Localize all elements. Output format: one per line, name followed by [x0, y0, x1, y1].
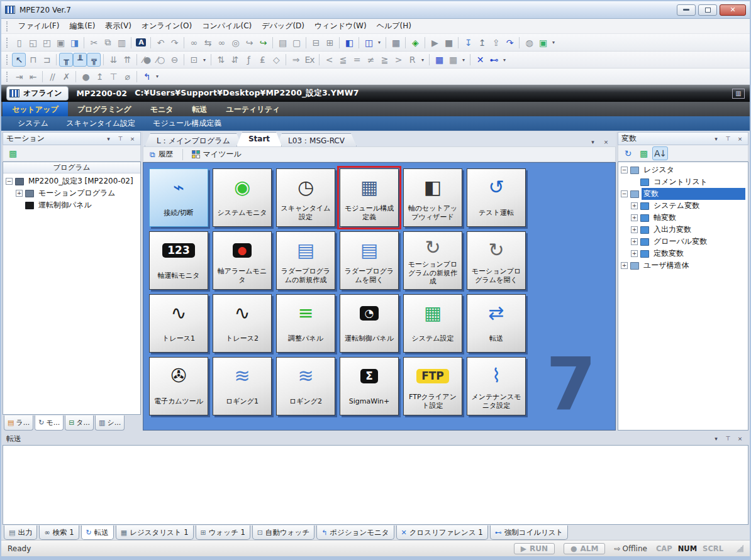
- ribbon-tab-monitor[interactable]: モニタ: [141, 102, 183, 116]
- expression-icon[interactable]: Ex: [303, 53, 316, 67]
- controller-transfer-icon[interactable]: ▦: [389, 36, 403, 50]
- tile-transfer[interactable]: ⇄転送: [467, 294, 526, 353]
- subtab-system[interactable]: システム: [9, 116, 57, 131]
- toolbar-grip[interactable]: [6, 72, 9, 82]
- split-horizontal-icon[interactable]: ⊟: [309, 36, 323, 50]
- toolbar-grip[interactable]: [6, 55, 9, 65]
- expander-icon[interactable]: +: [631, 238, 638, 245]
- mytools-button[interactable]: マイツール: [188, 148, 245, 161]
- comment-set-icon[interactable]: //: [45, 70, 59, 84]
- save-project-icon[interactable]: ◨: [67, 36, 81, 50]
- breakpoint-move-icon[interactable]: ↥: [92, 70, 106, 84]
- alarm-status-button[interactable]: ● ALM: [564, 543, 605, 554]
- panel-pin-icon[interactable]: ⊤: [723, 434, 733, 443]
- tile-new-motion-program[interactable]: ↻モーションプログラムの新規作成: [403, 231, 462, 290]
- tree-item-comment-list[interactable]: コメントリスト: [618, 176, 748, 188]
- flash-save-icon[interactable]: ⇪: [489, 36, 503, 50]
- tile-system-monitor[interactable]: ◉システムモニタ: [213, 168, 272, 227]
- find-mode-icon[interactable]: A: [134, 36, 148, 50]
- find-icon[interactable]: ∞: [187, 36, 201, 50]
- menu-online[interactable]: オンライン(O): [136, 19, 197, 33]
- expander-icon[interactable]: +: [621, 262, 628, 269]
- window-close-button[interactable]: ✕: [720, 4, 746, 16]
- lock-icon[interactable]: ◍: [522, 36, 536, 50]
- toolbar-dropdown-icon[interactable]: ▾: [201, 53, 208, 67]
- tree-item-constant-variable[interactable]: +定数変数: [618, 248, 748, 260]
- tile-trace-2[interactable]: ∿トレース2: [213, 294, 272, 353]
- contact-no-icon[interactable]: ⁄●: [140, 53, 153, 67]
- rung-return-icon[interactable]: ⊐: [40, 53, 53, 67]
- menu-edit[interactable]: 編集(E): [64, 19, 100, 33]
- new-file-icon[interactable]: ▯: [12, 36, 26, 50]
- panel-tab-system[interactable]: ▥シ...: [95, 415, 125, 431]
- function-alt-icon[interactable]: ₤: [255, 53, 269, 67]
- window-restore-button[interactable]: [698, 4, 717, 16]
- tree-item-system-variable[interactable]: +システム変数: [618, 200, 748, 212]
- bottom-tab-transfer[interactable]: ↻転送: [81, 525, 114, 540]
- tile-axis-alarm-monitor[interactable]: ●軸アラームモニタ: [213, 231, 272, 290]
- rung-insert-icon[interactable]: ╥: [59, 53, 73, 67]
- indent-remove-icon[interactable]: ⇤: [26, 70, 40, 84]
- tile-operation-control-panel[interactable]: ◔運転制御パネル: [340, 294, 399, 353]
- find-in-files-icon[interactable]: ∞: [214, 36, 228, 50]
- tile-maintenance-monitor-setting[interactable]: ⌇メンテナンスモニタ設定: [467, 357, 526, 415]
- register-check-icon[interactable]: R: [405, 53, 419, 67]
- cut-icon[interactable]: ✂: [87, 36, 101, 50]
- split-vertical-icon[interactable]: ⊞: [323, 36, 337, 50]
- panel-dropdown-icon[interactable]: ▾: [711, 434, 721, 443]
- tile-sigmawin[interactable]: ΣSigmaWin+: [340, 357, 399, 415]
- panel-close-icon[interactable]: ×: [735, 434, 745, 443]
- ribbon-tab-utility[interactable]: ユーティリティ: [217, 102, 290, 116]
- tree-item-register[interactable]: −レジスタ: [618, 164, 748, 176]
- toolbar-grip[interactable]: [6, 38, 9, 48]
- contact-nc-icon[interactable]: ⁄○: [153, 53, 167, 67]
- coil-icon[interactable]: ⊖: [167, 53, 181, 67]
- realtime-monitor-icon[interactable]: ▣: [536, 36, 550, 50]
- step-loop-icon[interactable]: ↰: [140, 70, 153, 84]
- compare-eq-icon[interactable]: =: [350, 53, 364, 67]
- open-file-icon[interactable]: ◱: [26, 36, 40, 50]
- layout-columns-icon[interactable]: ▥: [732, 89, 745, 99]
- undo-icon[interactable]: ↶: [153, 36, 167, 50]
- tree-item-io-variable[interactable]: +入出力変数: [618, 224, 748, 236]
- tree-item-global-variable[interactable]: +グローバル変数: [618, 236, 748, 248]
- expression-arrow-icon[interactable]: ⇒: [289, 53, 303, 67]
- start-window-icon[interactable]: ◫: [362, 36, 376, 50]
- panel-tab-ladder[interactable]: ▤ラ...: [4, 415, 33, 431]
- resize-grip[interactable]: [736, 545, 743, 552]
- toolbar-dropdown-icon[interactable]: ▾: [501, 53, 508, 67]
- compare-ne-icon[interactable]: ≠: [364, 53, 377, 67]
- expander-icon[interactable]: +: [16, 190, 23, 197]
- write-to-controller-icon[interactable]: ↧: [461, 36, 475, 50]
- toolbar-dropdown-icon[interactable]: ▾: [153, 70, 161, 84]
- doc-tab-start[interactable]: Start: [236, 132, 282, 146]
- compare-le-icon[interactable]: ≦: [336, 53, 350, 67]
- offline-mode-button[interactable]: オフライン: [6, 86, 69, 101]
- panel-tab-motion[interactable]: ↻モ...: [35, 415, 64, 431]
- table-view-icon[interactable]: ▦: [432, 53, 446, 67]
- menu-compile[interactable]: コンパイル(C): [197, 19, 257, 33]
- panel-pin-icon[interactable]: ⊤: [723, 135, 733, 143]
- toolbar-dropdown-icon[interactable]: ▾: [460, 53, 467, 67]
- expander-icon[interactable]: −: [621, 167, 628, 173]
- panel-dropdown-icon[interactable]: ▾: [104, 135, 113, 143]
- window-minimize-button[interactable]: [677, 4, 696, 16]
- sort-az-icon[interactable]: A↓: [652, 146, 668, 160]
- bottom-tab-output[interactable]: ▤出力: [4, 525, 37, 540]
- register-list-icon[interactable]: ▦: [446, 53, 460, 67]
- expander-icon[interactable]: −: [6, 178, 13, 185]
- breakpoint-clear-icon[interactable]: ⌀: [120, 70, 134, 84]
- tile-module-configuration[interactable]: ▦モジュール構成定義: [340, 168, 399, 227]
- compare-ge-icon[interactable]: ≧: [377, 53, 391, 67]
- forced-coil-icon[interactable]: ⊷: [487, 53, 501, 67]
- bottom-tab-auto-watch[interactable]: ⊡自動ウォッチ: [252, 525, 314, 540]
- panel-tab-task[interactable]: ⊟タ...: [65, 415, 94, 431]
- save-icon[interactable]: ▣: [53, 36, 67, 50]
- indent-insert-icon[interactable]: ⇥: [12, 70, 26, 84]
- tree-item-user-structure[interactable]: +ユーザ構造体: [618, 260, 748, 272]
- jump-icon[interactable]: ↪: [242, 36, 256, 50]
- bottom-tab-forced-coil-list[interactable]: ⊷強制コイルリスト: [490, 525, 569, 540]
- menubar-grip[interactable]: [6, 21, 9, 31]
- print-preview-icon[interactable]: ▢: [289, 36, 303, 50]
- doc-tab-main-program[interactable]: L：メインプログラム: [145, 133, 242, 146]
